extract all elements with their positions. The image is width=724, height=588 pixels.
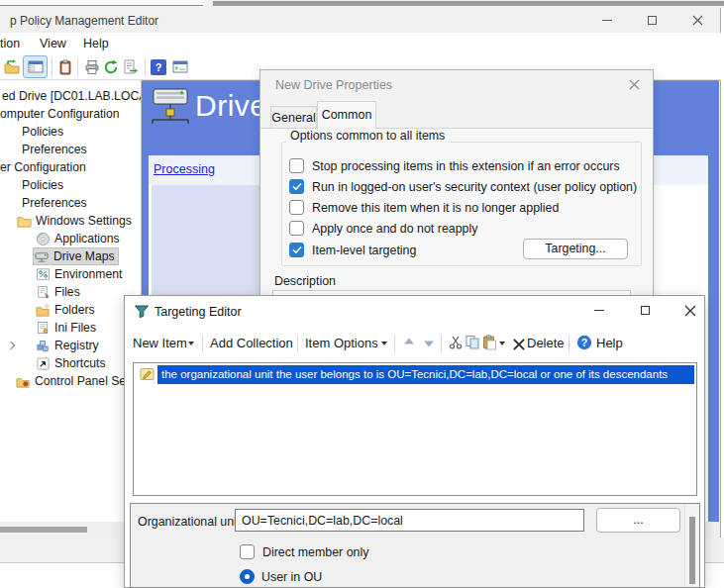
te-minimize-button[interactable] — [584, 298, 614, 323]
toolbar-separator — [77, 58, 78, 76]
minimize-icon — [594, 310, 604, 311]
gpme-window-title: p Policy Management Editor — [10, 13, 158, 29]
checkbox-item-level-targeting[interactable] — [289, 243, 304, 257]
background-window-tab-edge — [0, 0, 203, 6]
organizational-unit-label: Organizational unit — [138, 515, 240, 529]
maximize-icon — [648, 16, 657, 25]
tree-item-files[interactable]: Files — [36, 283, 80, 301]
new-item-button[interactable]: New Item — [133, 336, 187, 350]
te-close-button[interactable] — [675, 298, 705, 323]
minimize-icon — [602, 20, 612, 21]
expand-chevron-icon[interactable] — [7, 342, 15, 349]
tree-item-preferences-user[interactable]: Preferences — [22, 194, 87, 212]
delete-x-icon[interactable] — [511, 337, 527, 352]
checkbox-apply-once[interactable] — [289, 221, 304, 236]
console-window-icon — [28, 59, 44, 75]
maximize-icon — [641, 306, 650, 315]
move-up-icon[interactable] — [401, 335, 417, 350]
cut-icon[interactable] — [448, 335, 464, 350]
selected-rule-highlight: the organizational unit the user belongs… — [157, 365, 694, 384]
tree-item-policies[interactable]: Policies — [22, 123, 63, 141]
menu-help[interactable]: Help — [83, 36, 109, 51]
tree-item-mapped-drive[interactable]: ed Drive [DC01.LAB.LOCA — [2, 87, 142, 105]
description-label: Description — [274, 274, 336, 288]
chevron-down-icon[interactable] — [188, 342, 194, 345]
checkbox-run-logged-on-label: Run in logged-on user's security context… — [312, 179, 637, 195]
tree-item-computer-configuration[interactable]: omputer Configuration — [0, 105, 120, 123]
detail-scrollbar[interactable] — [684, 505, 698, 586]
checkbox-stop-processing[interactable] — [289, 158, 304, 173]
targeting-rule-row[interactable]: the organizational unit the user belongs… — [136, 365, 694, 384]
tree-item-policies-user[interactable]: Policies — [22, 176, 63, 194]
targeting-editor-title: Targeting Editor — [155, 305, 242, 319]
delete-button[interactable]: Delete — [527, 336, 565, 350]
item-options-button[interactable]: Item Options — [305, 336, 378, 350]
options-groupbox-label: Options common to all items — [286, 129, 449, 143]
printer-icon[interactable] — [84, 59, 100, 75]
minimize-button[interactable] — [592, 8, 622, 33]
add-collection-button[interactable]: Add Collection — [210, 336, 293, 350]
export-list-icon[interactable] — [123, 59, 139, 75]
organizational-unit-input[interactable] — [235, 509, 584, 532]
copy-icon[interactable] — [465, 335, 480, 350]
chevron-down-icon[interactable] — [381, 342, 387, 345]
paste-icon[interactable] — [481, 335, 497, 350]
direct-member-only-checkbox[interactable] — [240, 544, 255, 559]
console-tree: ed Drive [DC01.LAB.LOCA omputer Configur… — [0, 80, 142, 522]
folders-icon — [36, 303, 51, 318]
menu-bar: tion View Help — [0, 33, 721, 54]
close-icon — [629, 79, 640, 90]
maximize-button[interactable] — [637, 8, 667, 33]
rule-detail-panel: Organizational unit ... Direct member on… — [130, 503, 700, 588]
radio-dot — [245, 574, 250, 579]
browse-button[interactable]: ... — [596, 508, 680, 533]
checkbox-remove-item-label: Remove this item when it is no longer ap… — [312, 200, 559, 216]
clipboard-icon[interactable] — [57, 59, 73, 75]
tree-item-user-configuration[interactable]: er Configuration — [0, 158, 86, 176]
menu-action[interactable]: tion — [0, 36, 20, 51]
checkbox-stop-processing-label: Stop processing items in this extension … — [312, 158, 620, 174]
tree-item-preferences[interactable]: Preferences — [22, 141, 87, 158]
user-in-ou-radio[interactable] — [240, 569, 255, 584]
tree-item-folders[interactable]: Folders — [36, 301, 95, 319]
tab-common[interactable]: Common — [317, 101, 376, 129]
processing-link[interactable]: Processing — [154, 162, 215, 176]
help-icon[interactable]: ? — [151, 59, 166, 75]
horizontal-scrollbar-thumb[interactable] — [0, 527, 87, 533]
rule-item-icon — [140, 366, 155, 382]
checkbox-run-logged-on[interactable] — [289, 179, 304, 194]
tree-item-applications[interactable]: Applications — [36, 230, 120, 247]
tree-item-control-panel-settings[interactable]: Control Panel Sett — [16, 372, 133, 390]
targeting-rule-list[interactable]: the organizational unit the user belongs… — [133, 362, 697, 496]
tree-item-ini-files[interactable]: Ini Files — [36, 319, 96, 337]
dialog-close-button[interactable] — [619, 72, 649, 97]
svg-text:?: ? — [581, 337, 587, 348]
control-panel-folder-icon — [16, 374, 31, 389]
tree-item-environment[interactable]: Environment — [36, 265, 122, 283]
refresh-icon[interactable] — [103, 59, 119, 75]
tree-item-drive-maps[interactable]: Drive Maps — [33, 247, 119, 265]
targeting-button[interactable]: Targeting... — [523, 239, 628, 259]
move-down-icon[interactable] — [421, 335, 437, 350]
tree-item-shortcuts[interactable]: Shortcuts — [36, 354, 105, 372]
chevron-down-icon[interactable] — [499, 342, 505, 345]
tab-general[interactable]: General — [270, 106, 317, 129]
toolbar-separator — [52, 58, 52, 76]
user-in-ou-label: User in OU — [261, 569, 322, 585]
console-window2-icon[interactable] — [172, 59, 188, 75]
checkbox-remove-item[interactable] — [289, 200, 304, 215]
help-circle-icon[interactable]: ? — [576, 335, 592, 350]
detail-scrollbar-thumb[interactable] — [689, 517, 695, 584]
tree-item-windows-settings[interactable]: Windows Settings — [17, 212, 132, 230]
tree-selection: Drive Maps — [33, 247, 119, 265]
tree-item-registry[interactable]: Registry — [36, 337, 99, 354]
open-folder-icon[interactable] — [4, 59, 20, 75]
help-button[interactable]: Help — [596, 336, 623, 350]
close-button[interactable] — [682, 8, 712, 33]
console-window-button-selected[interactable] — [23, 55, 48, 78]
toolbar-separator — [202, 335, 203, 352]
te-maximize-button[interactable] — [630, 298, 660, 323]
menu-view[interactable]: View — [40, 36, 66, 51]
svg-text:?: ? — [155, 61, 162, 73]
environment-icon — [36, 267, 51, 282]
